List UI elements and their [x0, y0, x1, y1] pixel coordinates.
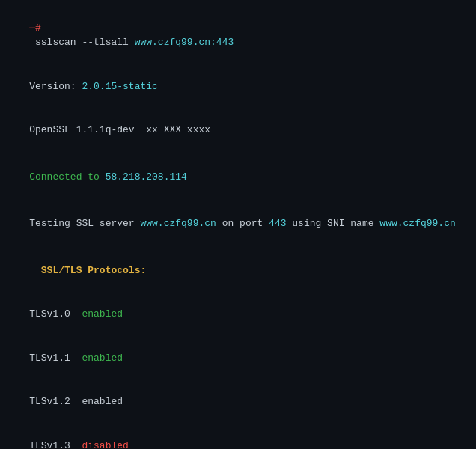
testing-url: www.czfq99.cn	[140, 218, 216, 229]
testing-port: 443	[269, 218, 286, 229]
connected-line: Connected to 58.218.208.114	[6, 155, 470, 199]
command-text: sslscan --tlsall	[29, 37, 134, 48]
tlsv13-status: disabled	[82, 440, 128, 450]
tlsv13-name: TLSv1.3	[29, 440, 82, 450]
prompt-symbol: ─#	[29, 22, 41, 34]
testing-line: Testing SSL server www.czfq99.cn on port…	[6, 202, 470, 246]
testing-sni-label: using SNI name	[287, 218, 380, 229]
terminal-output: ─# sslscan --tlsall www.czfq99.cn:443 Ve…	[6, 6, 470, 449]
connected-ip: 58.218.208.114	[106, 171, 187, 183]
connected-text: Connected to	[29, 171, 105, 183]
tlsv11-status: enabled	[82, 352, 123, 364]
tlsv11-line: TLSv1.1 enabled	[6, 336, 470, 380]
prompt-line: ─# sslscan --tlsall www.czfq99.cn:443	[6, 6, 470, 64]
tlsv11-name: TLSv1.1	[29, 352, 82, 364]
version-value: 2.0.15-static	[82, 81, 157, 92]
protocols-header: SSL/TLS Protocols:	[6, 248, 470, 293]
version-line: Version: 2.0.15-static	[6, 64, 470, 109]
target-url: www.czfq99.cn:443	[135, 37, 234, 48]
testing-sni: www.czfq99.cn	[379, 218, 455, 229]
tlsv10-name: TLSv1.0	[29, 308, 82, 320]
openssl-line: OpenSSL 1.1.1q-dev xx XXX xxxx	[6, 109, 470, 153]
version-label: Version:	[29, 81, 82, 92]
tlsv12-name: TLSv1.2 enabled	[29, 396, 123, 407]
tlsv10-line: TLSv1.0 enabled	[6, 293, 470, 337]
tlsv10-status: enabled	[82, 308, 123, 320]
testing-text: Testing SSL server	[29, 218, 140, 229]
testing-on-port: on port	[216, 218, 269, 229]
openssl-text: OpenSSL 1.1.1q-dev xx XXX xxxx	[29, 124, 210, 135]
tlsv13-line: TLSv1.3 disabled	[6, 424, 470, 449]
tlsv12-line: TLSv1.2 enabled	[6, 380, 470, 424]
protocols-header-text: SSL/TLS Protocols:	[29, 265, 146, 276]
